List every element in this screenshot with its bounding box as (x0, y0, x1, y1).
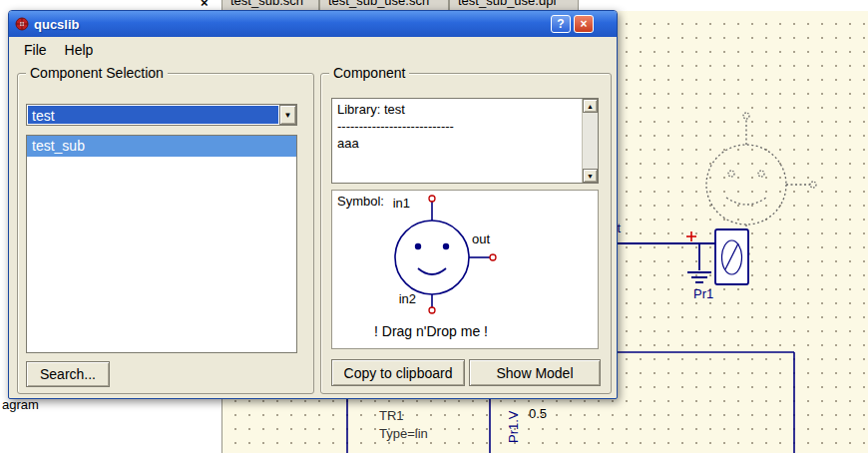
close-icon: × (201, 0, 209, 10)
scroll-up-button[interactable]: ▲ (583, 99, 598, 113)
diagram-tick-label: 0.5 (529, 406, 547, 421)
show-model-button[interactable]: Show Model (469, 359, 601, 386)
menu-bar: File Help (9, 37, 617, 63)
tab-label: test_sub.sch (230, 0, 303, 8)
triangle-up-icon: ▲ (587, 103, 594, 110)
dialog-title: qucslib (34, 17, 80, 32)
component-group: Component Library: test ----------------… (320, 73, 612, 394)
drag-hint-text: ! Drag n'Drop me ! (374, 323, 488, 339)
tab-close-button[interactable]: × (198, 0, 214, 10)
copy-to-clipboard-button[interactable]: Copy to clipboard (331, 359, 465, 386)
pin-markers (429, 196, 496, 313)
simulation-name-label[interactable]: TR1 (379, 408, 404, 423)
probe-name-label[interactable]: Pr1 (693, 286, 713, 301)
triangle-down-icon: ▼ (587, 173, 594, 180)
help-button[interactable]: ? (551, 15, 571, 33)
eye-icon (443, 243, 449, 249)
description-line: aaa (337, 135, 577, 152)
voltmeter-probe[interactable] (686, 229, 748, 284)
symbol-preview-box: Symbol: in1 (331, 190, 599, 349)
plus-terminal-icon (686, 231, 696, 241)
simulation-type-label[interactable]: Type=lin (379, 426, 428, 441)
component-description-text: Library: test --------------------------… (332, 99, 582, 183)
tab-label: test_sub_use.sch (328, 0, 429, 8)
close-button[interactable]: × (574, 15, 594, 33)
combobox-dropdown-button[interactable]: ▼ (279, 105, 296, 125)
menu-file[interactable]: File (15, 39, 56, 61)
description-scrollbar[interactable]: ▲ ▼ (582, 99, 598, 183)
app-icon (15, 17, 29, 31)
scroll-down-button[interactable]: ▼ (583, 169, 598, 183)
description-line: --------------------------- (337, 118, 577, 135)
eye-icon (415, 243, 421, 249)
search-button[interactable]: Search... (26, 361, 110, 387)
group-label: Component Selection (26, 65, 168, 81)
description-line: Library: test (337, 101, 577, 118)
menu-help[interactable]: Help (56, 39, 103, 61)
dialog-titlebar[interactable]: qucslib ? × (9, 11, 617, 37)
combobox-value: test (28, 106, 278, 124)
tab-label: test_sub_use.dpl (458, 0, 556, 8)
chevron-down-icon: ▼ (284, 111, 292, 120)
screen: × test_sub.sch test_sub_use.sch test_sub… (0, 0, 868, 453)
qucslib-dialog: qucslib ? × File Help Component Selectio… (8, 10, 618, 399)
component-selection-group: Component Selection test ▼ test_sub Sear… (17, 73, 314, 394)
diagram-axis-label: Pr1.V (506, 410, 521, 443)
component-symbol[interactable]: in1 out in2 ! Drag n'Drop me ! (332, 191, 598, 348)
symbol-label: Symbol: (337, 194, 384, 209)
component-list[interactable]: test_sub (26, 135, 297, 353)
pin-label-in2: in2 (399, 291, 416, 306)
group-label: Component (329, 65, 409, 81)
pin-label-in1: in1 (393, 196, 410, 211)
library-combobox[interactable]: test ▼ (26, 104, 297, 126)
list-item-test-sub[interactable]: test_sub (27, 136, 296, 157)
help-icon: ? (557, 17, 564, 31)
component-description-box[interactable]: Library: test --------------------------… (331, 98, 599, 184)
pin-label-out: out (472, 231, 490, 246)
close-icon: × (580, 17, 587, 31)
background-window-text: agram (2, 397, 39, 412)
